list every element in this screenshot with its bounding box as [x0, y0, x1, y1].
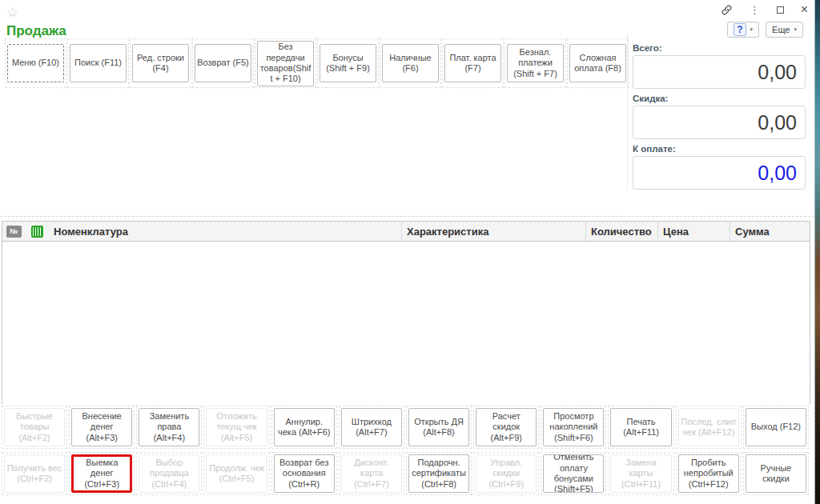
- replace-card-button: Замена карты (Ctrl+F11): [610, 454, 671, 493]
- row-number-icon: №: [6, 226, 22, 238]
- maximize-icon[interactable]: [777, 3, 784, 16]
- continue-receipt-button: Продолж. чек (Ctrl+F5): [206, 454, 267, 493]
- button-slot: Возврат (F5): [192, 38, 254, 88]
- punch-unpunched-button[interactable]: Пробить непробитый (Ctrl+F12): [678, 454, 739, 493]
- menu-dots-icon[interactable]: ⋮: [750, 3, 760, 16]
- top-action-row: Меню (F10) Поиск (F11) Ред. строки (F4) …: [5, 38, 629, 88]
- cash-in-button[interactable]: Внесение денег (Alt+F3): [71, 408, 132, 446]
- favorite-star-icon[interactable]: ☆: [6, 4, 18, 21]
- more-button-label: Еще: [772, 25, 790, 34]
- help-question-icon: ?: [734, 23, 746, 36]
- button-slot: Печать (Alt+F11): [608, 406, 673, 449]
- button-slot: Меню (F10): [5, 38, 66, 88]
- button-slot: Поиск (F11): [67, 38, 129, 88]
- hold-receipt-button: Отложить текущ.чек (Alt+F5): [206, 408, 267, 446]
- items-table-body[interactable]: [2, 242, 810, 404]
- button-slot: Дисконт. карта (Ctrl+F7): [339, 452, 404, 495]
- gift-certificates-button[interactable]: Подарочн. сертификаты (Ctrl+F8): [408, 454, 469, 493]
- discount-field: 0,00: [633, 106, 806, 139]
- page-title: Продажа: [6, 23, 66, 39]
- chevron-down-icon: ▾: [794, 26, 797, 33]
- total-label: Всего:: [633, 43, 810, 53]
- total-field: 0,00: [633, 55, 806, 89]
- button-slot: Заменить права (Alt+F4): [136, 406, 202, 449]
- to-pay-field: 0,00: [633, 156, 806, 190]
- button-slot: Послед. слип чек (Alt+F12): [676, 406, 742, 449]
- button-slot: Подарочн. сертификаты (Ctrl+F8): [406, 452, 472, 495]
- replace-rights-button[interactable]: Заменить права (Alt+F4): [139, 408, 199, 446]
- cancel-bonus-payment-button[interactable]: Отменить оплату бонусами (Shift+F5): [543, 454, 604, 493]
- barcode-button[interactable]: Штрихкод (Alt+F7): [341, 408, 402, 446]
- select-seller-button: Выбор продавца (Ctrl+F4): [139, 454, 199, 493]
- barcode-icon: [31, 226, 43, 238]
- discount-label: Скидка:: [633, 94, 810, 103]
- search-button[interactable]: Поиск (F11): [70, 44, 127, 82]
- column-row-number[interactable]: №: [2, 222, 25, 241]
- button-slot: Наличные (F6): [380, 38, 441, 88]
- button-slot: Выбор продавца (Ctrl+F4): [136, 452, 202, 495]
- close-icon[interactable]: ×: [801, 3, 808, 16]
- manage-discounts-button: Управл. скидки (Ctrl+F9): [476, 454, 537, 493]
- fast-goods-button: Быстрые товары (Alt+F2): [4, 408, 65, 446]
- bottom-button-grid: Быстрые товары (Alt+F2) Внесение денег (…: [2, 406, 809, 495]
- return-no-reason-button[interactable]: Возврат без основания (Ctrl+R): [274, 454, 335, 493]
- column-nomenclature[interactable]: Номенклатура: [49, 222, 401, 241]
- cash-payment-button[interactable]: Наличные (F6): [382, 44, 439, 82]
- button-slot: Пробить непробитый (Ctrl+F12): [676, 452, 742, 495]
- button-slot: Получить вес (Ctrl+F2): [2, 452, 67, 495]
- cash-out-button[interactable]: Выемка денег (Ctrl+F3): [71, 454, 132, 493]
- button-slot: Возврат без основания (Ctrl+R): [271, 452, 337, 495]
- button-slot: Бонусы (Shift + F9): [317, 38, 379, 88]
- button-slot: Ред. строки (F4): [130, 38, 191, 88]
- no-goods-transfer-button[interactable]: Без передачи товаров(Shift + F10): [257, 41, 314, 86]
- table-top-separator: [0, 216, 814, 217]
- return-button[interactable]: Возврат (F5): [195, 44, 251, 82]
- button-slot: Выход (F12): [743, 406, 809, 449]
- items-table: № Номенклатура Характеристика Количество…: [2, 221, 810, 404]
- column-price[interactable]: Цена: [657, 222, 730, 241]
- menu-button[interactable]: Меню (F10): [7, 44, 64, 82]
- button-slot: Ручные скидки: [743, 452, 809, 495]
- exit-button[interactable]: Выход (F12): [746, 408, 806, 446]
- column-quantity[interactable]: Количество: [585, 222, 657, 241]
- button-slot: Замена карты (Ctrl+F11): [608, 452, 673, 495]
- get-weight-button: Получить вес (Ctrl+F2): [4, 454, 65, 493]
- button-slot: Отменить оплату бонусами (Shift+F5): [541, 452, 606, 495]
- column-characteristic[interactable]: Характеристика: [401, 222, 585, 241]
- cashless-payment-button[interactable]: Безнал. платежи (Shift + F7): [507, 44, 564, 82]
- link-icon[interactable]: [721, 3, 733, 16]
- edit-row-button[interactable]: Ред. строки (F4): [132, 44, 189, 82]
- button-slot: Расчет скидок (Alt+F9): [473, 406, 539, 449]
- button-slot: Открыть ДЯ (Alt+F8): [406, 406, 472, 449]
- discount-card-button: Дисконт. карта (Ctrl+F7): [341, 454, 402, 493]
- button-slot: Аннулир. чека (Alt+F6): [271, 406, 337, 449]
- button-slot: Быстрые товары (Alt+F2): [2, 406, 67, 449]
- button-slot: Штрихкод (Alt+F7): [339, 406, 404, 449]
- button-slot: Просмотр накоплений (Shift+F6): [541, 406, 606, 449]
- button-slot: Внесение денег (Alt+F3): [69, 406, 135, 449]
- window-controls: ⋮ ×: [721, 3, 808, 16]
- to-pay-label: К оплате:: [633, 144, 810, 154]
- desktop-wallpaper-edge: [814, 0, 820, 504]
- button-slot: Управл. скидки (Ctrl+F9): [473, 452, 539, 495]
- items-table-header: № Номенклатура Характеристика Количество…: [2, 222, 810, 242]
- button-slot: Без передачи товаров(Shift + F10): [255, 38, 316, 88]
- column-sum[interactable]: Сумма: [730, 222, 810, 241]
- button-slot: Продолж. чек (Ctrl+F5): [203, 452, 269, 495]
- button-slot: Безнал. платежи (Shift + F7): [504, 38, 566, 88]
- payment-card-button[interactable]: Плат. карта (F7): [444, 44, 501, 82]
- print-button[interactable]: Печать (Alt+F11): [610, 408, 671, 446]
- last-slip-button: Послед. слип чек (Alt+F12): [678, 408, 739, 446]
- calc-discounts-button[interactable]: Расчет скидок (Alt+F9): [476, 408, 537, 446]
- button-slot: Сложная оплата (F8): [567, 38, 629, 88]
- view-accumulations-button[interactable]: Просмотр накоплений (Shift+F6): [543, 408, 604, 446]
- column-barcode[interactable]: [25, 222, 49, 241]
- void-receipt-button[interactable]: Аннулир. чека (Alt+F6): [274, 408, 335, 446]
- bonuses-button[interactable]: Бонусы (Shift + F9): [320, 44, 376, 82]
- button-slot: Выемка денег (Ctrl+F3): [69, 452, 135, 495]
- open-drawer-button[interactable]: Открыть ДЯ (Alt+F8): [408, 408, 469, 446]
- totals-panel: Всего: 0,00 Скидка: 0,00 К оплате: 0,00: [627, 35, 810, 190]
- manual-discounts-button[interactable]: Ручные скидки: [746, 454, 806, 493]
- complex-payment-button[interactable]: Сложная оплата (F8): [569, 44, 626, 82]
- pos-window: ☆ ⋮ × Продажа ? ▾ Еще ▾ Меню (F10) Поиск…: [0, 0, 814, 504]
